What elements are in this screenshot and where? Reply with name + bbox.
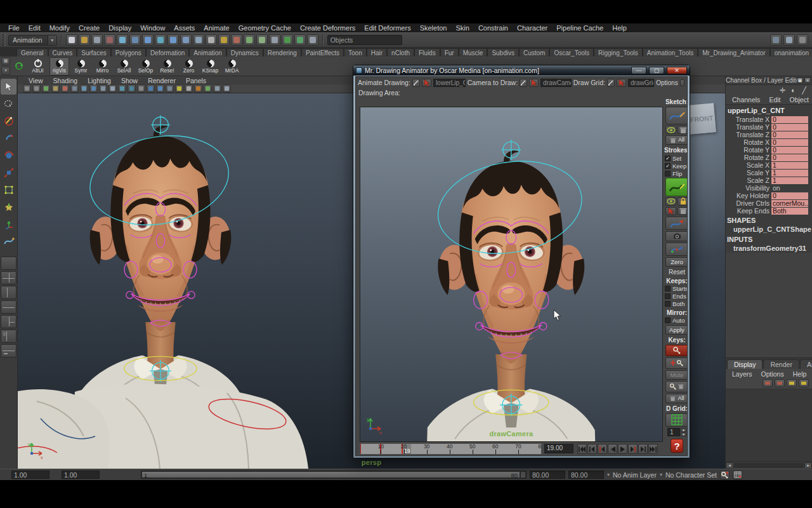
attribute-value[interactable]: 0 [771,139,808,146]
attribute-name[interactable]: Rotate Y [726,146,771,154]
channel-box-scrollbar[interactable]: ◂ ▸ [726,461,812,469]
shelf-tab-hair[interactable]: Hair [367,48,387,57]
show-channelbox-icon[interactable] [770,34,782,46]
attribute-name[interactable]: Scale Y [726,169,771,177]
status-grip[interactable] [3,34,6,46]
layer-tab-display[interactable]: Display [727,359,763,369]
pencil-icon[interactable] [412,79,420,87]
playback-end-field[interactable]: 80.00 [568,471,604,479]
character-set-selector[interactable]: No Character Set [665,471,717,479]
zero-button[interactable]: Zero [665,257,688,267]
shelf-tab-animation[interactable]: Animation [189,48,226,57]
keep-starts-checkbox[interactable]: Starts [665,286,688,292]
status-select-component-icon[interactable] [129,34,141,46]
collapse-icon[interactable] [680,79,684,86]
shelf-button-zero[interactable]: Zero [179,57,199,76]
menu-file[interactable]: File [4,23,24,32]
stroke-draw-button[interactable] [665,178,688,196]
stroke-visibility-icon[interactable] [665,197,676,206]
grid-size-stepper[interactable]: 1 ▲▼ [667,428,686,436]
shelf-button-rese-[interactable]: Rese! [157,57,177,76]
play-forwards-button[interactable] [618,444,627,454]
menu-display[interactable]: Display [104,23,136,32]
flip-checkbox[interactable]: Flip [665,170,688,177]
status-save-scene-icon[interactable] [91,34,103,46]
status-open-scene-icon[interactable] [79,34,90,46]
layout-outliner-persp[interactable] [1,330,16,343]
slider-mode-icon[interactable]: ╱ [800,86,808,95]
panel-lock-camera-icon[interactable] [32,84,41,93]
add-key-button[interactable] [665,358,688,369]
attribute-name[interactable]: Rotate Z [726,154,771,161]
shelf-tab-animation-tools[interactable]: Animation_Tools [643,48,698,57]
shelf-tab-rendering[interactable]: Rendering [263,48,301,57]
shelf-tab-polygons[interactable]: Polygons [111,48,146,57]
panel-camera-attributes-icon[interactable] [42,84,50,93]
status-ipr-render-icon[interactable] [294,34,306,46]
next-frame-button[interactable] [628,444,638,454]
minimize-button[interactable]: — [631,67,646,74]
dock-icon[interactable]: ▣ [797,77,803,83]
draw-grid-button[interactable] [665,413,688,427]
apply-button[interactable]: Apply [665,325,688,335]
shelf-button-rigvis[interactable]: rigVis [49,57,69,76]
panel-safe-title-icon[interactable] [128,84,136,93]
shelf-button-altui[interactable]: AltUI [28,57,48,76]
menu-create-deformers[interactable]: Create Deformers [296,23,360,32]
shelf-tab-onanimation[interactable]: onanimation [770,48,812,57]
go-to-start-button[interactable] [577,444,587,454]
load-selected-icon[interactable] [617,79,626,87]
status-lock-selection-icon[interactable] [218,34,230,46]
shelf-tab-mr-drawing-animator[interactable]: Mr_Drawing_Animator [698,48,769,57]
shelf-tab-ncloth[interactable]: nCloth [387,48,414,57]
shape-node-name[interactable]: upperLip_C_CNTShape [726,225,812,234]
status-select-object-icon[interactable] [117,34,128,46]
shelf-button-symr[interactable]: Symr [71,57,91,76]
load-selected-icon[interactable] [529,79,539,87]
attribute-name[interactable]: Keep Ends [726,207,771,215]
panel-safe-action-icon[interactable] [118,84,126,93]
shelf-tab-deformation[interactable]: Deformation [146,48,189,57]
divider[interactable] [61,34,62,46]
move-layer-down-icon[interactable] [775,379,785,387]
show-toolsettings-icon[interactable] [783,34,795,46]
layer-menu-options[interactable]: Options [757,370,788,378]
current-time-field[interactable]: 19.00 [544,444,573,453]
shelf-tab-fur[interactable]: Fur [440,48,459,57]
show-attributeeditor-icon[interactable] [797,34,808,46]
mirror-auto-checkbox[interactable]: Auto [665,318,688,324]
attribute-value[interactable]: 0 [771,147,808,154]
status-highlight-selection-icon[interactable] [231,34,242,46]
close-icon[interactable]: × [804,77,811,83]
layout-three-pane[interactable] [1,315,16,328]
chevron-down-icon[interactable]: ▾ [607,472,610,478]
create-empty-layer-icon[interactable] [787,379,797,387]
cb-menu-object[interactable]: Object [785,96,812,104]
menu-assets[interactable]: Assets [169,23,199,32]
keyframe-tick[interactable] [360,444,361,454]
panel-image-plane-icon[interactable] [61,84,69,93]
layout-hypergraph-persp[interactable] [1,344,16,358]
attribute-value[interactable]: 1 [771,177,808,184]
menu-pipeline-cache[interactable]: Pipeline Cache [552,23,608,32]
maximize-button[interactable]: ▢ [649,67,664,74]
status-input-connections-icon[interactable] [244,34,255,46]
attribute-name[interactable]: Scale Z [726,177,771,184]
grid-size-value[interactable]: 1 [667,428,680,436]
scroll-left-icon[interactable]: ◂ [726,462,733,469]
menu-skin[interactable]: Skin [451,23,473,32]
menu-animate[interactable]: Animate [199,23,233,32]
status-snap-curve-icon[interactable] [155,34,166,46]
attribute-value[interactable]: 0 [771,154,808,161]
panel-menu-view[interactable]: View [24,77,48,84]
layer-tab-anim[interactable]: Anim [800,359,812,369]
status-snap-view-icon[interactable] [193,34,204,46]
menu-constrain[interactable]: Constrain [474,23,513,32]
shelf-tab-oscar-tools[interactable]: Oscar_Tools [549,48,594,57]
animate-drawing-field[interactable]: lowerLip_C_CNT [433,79,466,87]
status-render-settings-icon[interactable] [307,34,318,46]
shelf-switcher[interactable]: ▦▾ [1,57,10,75]
attribute-value[interactable]: 0 [771,131,808,138]
panel-gate-mask-icon[interactable] [99,84,107,93]
menu-create[interactable]: Create [74,23,104,32]
